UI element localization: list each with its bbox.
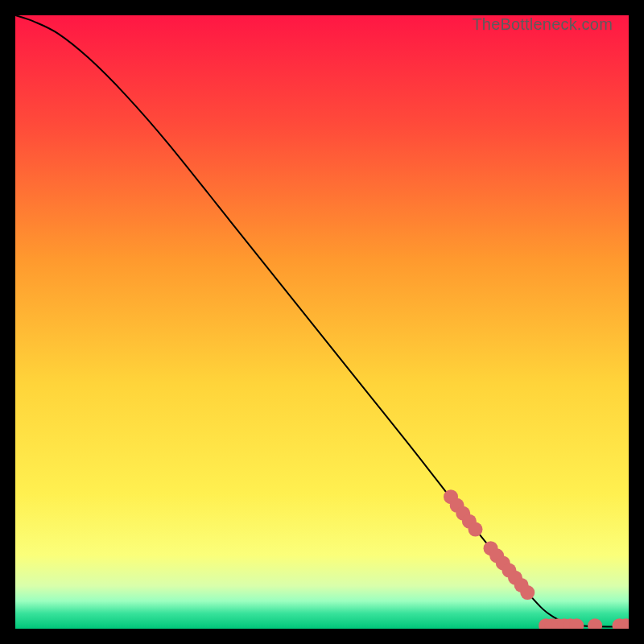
data-marker [520, 585, 535, 600]
chart-background [15, 15, 629, 629]
data-marker [469, 522, 483, 537]
watermark-text: TheBottleneck.com [472, 15, 613, 34]
chart-plot [15, 15, 629, 629]
chart-frame: TheBottleneck.com [15, 15, 629, 629]
